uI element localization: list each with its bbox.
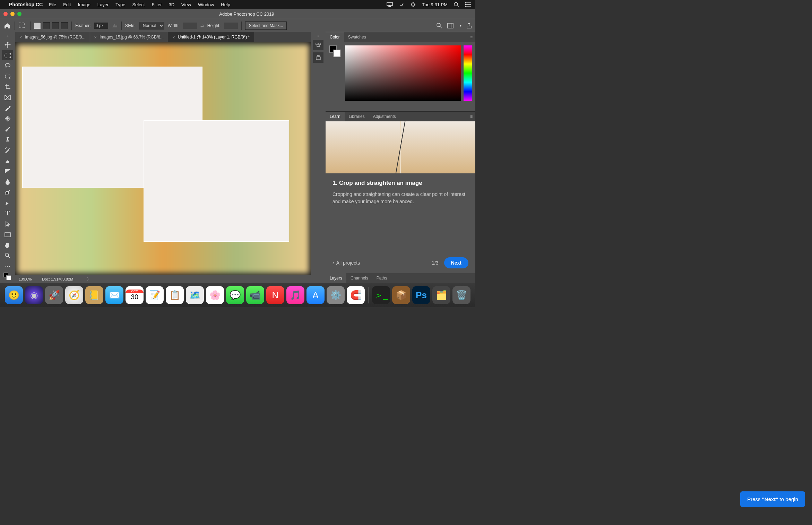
home-button[interactable] — [3, 22, 11, 29]
fg-bg-swatch[interactable] — [329, 45, 340, 108]
healing-brush-tool[interactable] — [2, 114, 13, 123]
close-tab-icon[interactable]: × — [94, 35, 97, 40]
marquee-tool-preset[interactable] — [18, 22, 27, 29]
document-tab[interactable]: × Images_56.jpg @ 75% (RGB/8... — [15, 32, 90, 42]
learn-back-link[interactable]: ‹ All projects — [332, 260, 360, 266]
cc-sync-icon[interactable] — [398, 1, 405, 8]
dock-trash-icon[interactable]: 🗑️ — [452, 286, 470, 304]
menu-window[interactable]: Window — [198, 2, 214, 7]
canvas[interactable] — [15, 42, 311, 275]
dock-photoshop-icon[interactable]: Ps — [412, 286, 430, 304]
crop-tool[interactable] — [2, 82, 13, 92]
style-select[interactable]: Normal — [139, 22, 164, 29]
background-color[interactable] — [333, 50, 341, 57]
panel-menu-icon[interactable]: ≡ — [467, 114, 475, 119]
blur-tool[interactable] — [2, 177, 13, 187]
airplay-icon[interactable] — [387, 1, 393, 8]
brush-tool[interactable] — [2, 124, 13, 134]
tab-swatches[interactable]: Swatches — [344, 32, 370, 42]
dock-magnet-icon[interactable]: 🧲 — [347, 286, 365, 304]
color-field[interactable] — [345, 45, 461, 101]
close-tab-icon[interactable]: × — [19, 35, 22, 40]
dock-sysprefs-icon[interactable]: ⚙️ — [327, 286, 345, 304]
feather-input[interactable] — [94, 23, 108, 29]
menu-image[interactable]: Image — [78, 2, 90, 7]
menu-edit[interactable]: Edit — [63, 2, 71, 7]
dock-maps-icon[interactable]: 🗺️ — [186, 286, 204, 304]
quick-select-tool[interactable] — [2, 71, 13, 81]
tab-color[interactable]: Color — [326, 32, 344, 42]
menu-layer[interactable]: Layer — [97, 2, 109, 7]
spotlight-icon[interactable] — [453, 1, 459, 8]
dodge-tool[interactable] — [2, 188, 13, 197]
collapse-dock-icon[interactable]: « — [317, 34, 319, 38]
menu-filter[interactable]: Filter — [152, 2, 162, 7]
eyedropper-tool[interactable] — [2, 103, 13, 113]
history-brush-tool[interactable] — [2, 145, 13, 155]
tab-adjustments[interactable]: Adjustments — [369, 112, 400, 121]
expand-tools-icon[interactable]: » — [7, 34, 9, 38]
menu-3d[interactable]: 3D — [169, 2, 174, 7]
dock-news-icon[interactable]: N — [266, 286, 284, 304]
dock-reminders-icon[interactable]: 📋 — [166, 286, 184, 304]
dock-app-icon[interactable]: 📦 — [392, 286, 410, 304]
status-flyout-icon[interactable]: 〉 — [87, 277, 91, 282]
dock-itunes-icon[interactable]: 🎵 — [286, 286, 304, 304]
dock-siri-icon[interactable]: ◉ — [25, 286, 43, 304]
menu-help[interactable]: Help — [221, 2, 230, 7]
rectangle-tool[interactable] — [2, 230, 13, 239]
close-tab-icon[interactable]: × — [172, 35, 175, 40]
dock-safari-icon[interactable]: 🧭 — [65, 286, 83, 304]
pen-tool[interactable] — [2, 198, 13, 208]
marquee-tool[interactable] — [2, 50, 13, 60]
clone-stamp-tool[interactable] — [2, 135, 13, 145]
zoom-tool[interactable] — [2, 251, 13, 260]
tab-layers[interactable]: Layers — [326, 273, 346, 283]
dock-terminal-icon[interactable]: ＞_ — [372, 286, 390, 304]
chevron-down-icon[interactable]: ▾ — [460, 24, 461, 27]
menu-type[interactable]: Type — [115, 2, 125, 7]
share-icon[interactable] — [466, 23, 472, 29]
path-select-tool[interactable] — [2, 219, 13, 229]
close-window-button[interactable] — [3, 12, 8, 16]
tab-channels[interactable]: Channels — [346, 273, 372, 283]
dock-launchpad-icon[interactable]: 🚀 — [45, 286, 63, 304]
tab-learn[interactable]: Learn — [326, 112, 345, 121]
select-and-mask-button[interactable]: Select and Mask... — [245, 21, 287, 30]
app-name[interactable]: Photoshop CC — [9, 2, 43, 7]
dock-app-icon[interactable]: 🗂️ — [432, 286, 450, 304]
dock-contacts-icon[interactable]: 📒 — [85, 286, 103, 304]
lasso-tool[interactable] — [2, 61, 13, 71]
panel-menu-icon[interactable]: ≡ — [467, 35, 475, 40]
tab-libraries[interactable]: Libraries — [345, 112, 369, 121]
dock-appstore-icon[interactable]: A — [306, 286, 325, 304]
type-tool[interactable]: T — [2, 209, 13, 218]
dock-messages-icon[interactable]: 💬 — [226, 286, 244, 304]
dock-notes-icon[interactable]: 📝 — [146, 286, 164, 304]
maximize-window-button[interactable] — [17, 12, 21, 16]
creative-cloud-icon[interactable] — [410, 1, 416, 8]
device-preview-icon[interactable] — [313, 52, 323, 63]
workspace-switcher-icon[interactable] — [447, 23, 455, 28]
subtract-selection-icon[interactable] — [52, 22, 59, 29]
intersect-selection-icon[interactable] — [61, 22, 68, 29]
document-tab[interactable]: × Untitled-1 @ 140% (Layer 1, RGB/8*) * — [168, 32, 254, 42]
minimize-window-button[interactable] — [10, 12, 15, 16]
dock-finder-icon[interactable]: 🙂 — [5, 286, 23, 304]
history-panel-icon[interactable] — [313, 40, 323, 50]
menu-select[interactable]: Select — [132, 2, 145, 7]
menu-view[interactable]: View — [181, 2, 191, 7]
dock-photos-icon[interactable]: 🌸 — [206, 286, 224, 304]
dock-mail-icon[interactable]: ✉️ — [105, 286, 123, 304]
dock-calendar-icon[interactable]: OCT30 — [126, 286, 144, 304]
eraser-tool[interactable] — [2, 156, 13, 165]
edit-toolbar-icon[interactable]: ⋯ — [2, 261, 13, 271]
frame-tool[interactable] — [2, 93, 13, 102]
doc-size[interactable]: Doc: 1.91M/3.82M — [42, 277, 73, 281]
move-tool[interactable] — [2, 40, 13, 50]
swap-dimensions-icon[interactable]: ⇄ — [200, 23, 204, 28]
dock-facetime-icon[interactable]: 📹 — [246, 286, 264, 304]
anti-alias-icon[interactable] — [112, 23, 118, 28]
document-tab[interactable]: × Images_15.jpg @ 66.7% (RGB/8... — [90, 32, 169, 42]
new-selection-icon[interactable] — [34, 22, 41, 29]
